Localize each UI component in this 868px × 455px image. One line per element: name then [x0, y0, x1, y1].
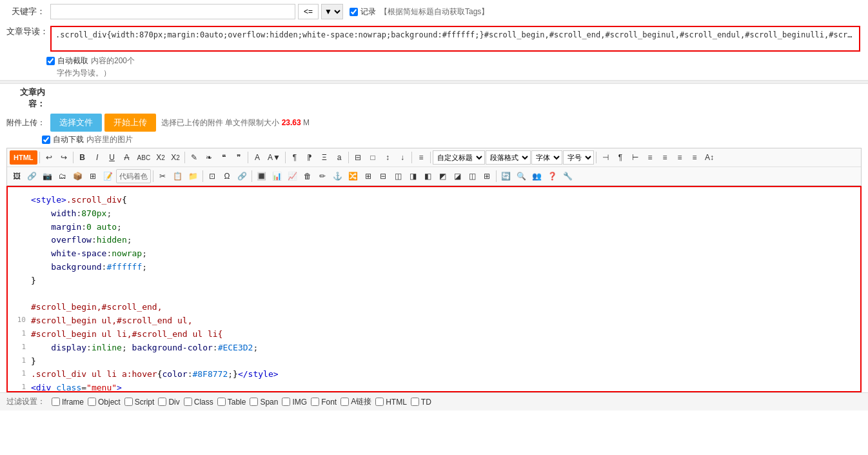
- merge-button[interactable]: ◫: [391, 169, 405, 183]
- align-justify-button[interactable]: ≡: [643, 150, 657, 165]
- choose-file-button[interactable]: 选择文件: [50, 114, 102, 132]
- tianjiezi-select[interactable]: ▼: [321, 4, 343, 19]
- chart-button[interactable]: 📊: [270, 169, 284, 183]
- align-right-button[interactable]: ⊢: [628, 150, 642, 165]
- refresh-button[interactable]: 🔄: [498, 169, 513, 183]
- para-button[interactable]: ¶: [288, 150, 302, 165]
- quote-open-button[interactable]: ❝: [217, 150, 231, 165]
- filter-label-script[interactable]: Script: [135, 398, 155, 407]
- heading-select[interactable]: 自定义标题: [433, 150, 485, 165]
- align-full-button[interactable]: ≡: [673, 150, 687, 165]
- edit-table-button[interactable]: ✏: [315, 169, 330, 183]
- pen-button[interactable]: ✎: [187, 150, 201, 165]
- graph-button[interactable]: 📈: [285, 169, 300, 183]
- package-button[interactable]: 📦: [70, 169, 85, 183]
- start-upload-button[interactable]: 开始上传: [104, 114, 156, 132]
- underline-button[interactable]: U: [105, 150, 119, 165]
- grid-button[interactable]: ⊞: [86, 169, 100, 183]
- align-left-button[interactable]: ⊣: [598, 150, 613, 165]
- random-button[interactable]: 🔀: [346, 169, 360, 183]
- font-select[interactable]: 字体: [531, 150, 562, 165]
- filter-checkbox-td[interactable]: [411, 398, 419, 406]
- filter-label-html[interactable]: HTML: [386, 398, 407, 407]
- omega-button[interactable]: Ω: [220, 169, 234, 183]
- list-item-button[interactable]: a: [332, 150, 346, 165]
- abc-button[interactable]: ABC: [135, 150, 153, 165]
- filter-checkbox-font[interactable]: [311, 398, 319, 406]
- auto-download-label[interactable]: 自动下载: [53, 134, 84, 145]
- add-col-button[interactable]: ⊞: [361, 169, 375, 183]
- split-v-button[interactable]: ◨: [406, 169, 420, 183]
- down-button[interactable]: ↓: [395, 150, 409, 165]
- record-label[interactable]: 记录: [360, 6, 376, 17]
- filter-checkbox-div[interactable]: [158, 398, 166, 406]
- font-bg-button[interactable]: A▼: [265, 150, 283, 165]
- editor-area[interactable]: <style>.scroll_div{ width:870px; margin:…: [6, 186, 862, 392]
- align-para-button[interactable]: ¶: [613, 150, 627, 165]
- superscript-button[interactable]: X2: [153, 150, 168, 165]
- auto-intercept-checkbox[interactable]: [46, 57, 55, 65]
- arrow-button[interactable]: <=: [298, 4, 319, 19]
- filter-label-object[interactable]: Object: [98, 398, 121, 407]
- filter-label-iframe[interactable]: Iframe: [62, 398, 84, 407]
- redo-button[interactable]: ↪: [57, 150, 71, 165]
- filter-label-div[interactable]: Div: [168, 398, 179, 407]
- filter-checkbox-a链接[interactable]: [340, 398, 349, 406]
- zoom-button[interactable]: 🔍: [514, 169, 529, 183]
- link-button[interactable]: 🔗: [25, 169, 39, 183]
- mark-button[interactable]: ❧: [202, 150, 216, 165]
- resize-button[interactable]: ↕: [380, 150, 395, 165]
- font-size-adj-button[interactable]: A↕: [702, 150, 716, 165]
- cell-btn2[interactable]: ◪: [450, 169, 464, 183]
- filter-checkbox-img[interactable]: [282, 398, 290, 406]
- split-h-button[interactable]: ◧: [420, 169, 435, 183]
- filter-label-class[interactable]: Class: [194, 398, 213, 407]
- code-highlight-button[interactable]: 代码着色: [116, 169, 151, 183]
- undo-button[interactable]: ↩: [42, 150, 56, 165]
- filter-checkbox-script[interactable]: [124, 398, 133, 406]
- cell-btn1[interactable]: ◩: [435, 169, 449, 183]
- tianjiezi-input[interactable]: [50, 4, 295, 19]
- strikethrough-button[interactable]: A: [120, 150, 134, 165]
- filter-label-img[interactable]: IMG: [292, 398, 307, 407]
- cut-button[interactable]: ✂: [155, 169, 170, 183]
- filter-label-table[interactable]: Table: [228, 398, 246, 407]
- bold-button[interactable]: B: [75, 150, 90, 165]
- image-button[interactable]: 🖼: [10, 169, 24, 183]
- filter-checkbox-class[interactable]: [184, 398, 192, 406]
- filter-checkbox-object[interactable]: [88, 398, 96, 406]
- table-grid-button[interactable]: 🔳: [254, 169, 269, 183]
- filter-checkbox-html[interactable]: [375, 398, 384, 406]
- list-ol-button[interactable]: ⁋: [302, 150, 317, 165]
- users-button[interactable]: 👥: [529, 169, 544, 183]
- filter-checkbox-iframe[interactable]: [52, 398, 60, 406]
- italic-button[interactable]: I: [90, 150, 104, 165]
- cell-btn3[interactable]: ◫: [465, 169, 479, 183]
- anchor-button[interactable]: ⚓: [330, 169, 345, 183]
- subscript-button[interactable]: X2: [168, 150, 182, 165]
- block-button[interactable]: ⊟: [351, 150, 365, 165]
- settings-button[interactable]: 🔧: [560, 169, 575, 183]
- document-button[interactable]: 📝: [101, 169, 115, 183]
- auto-intercept-label[interactable]: 自动截取: [57, 56, 88, 66]
- font-color-button[interactable]: A: [250, 150, 264, 165]
- folder-button[interactable]: 🗂: [55, 169, 70, 183]
- camera-button[interactable]: 📷: [40, 169, 55, 183]
- filter-label-span[interactable]: Span: [260, 398, 278, 407]
- html-button[interactable]: HTML: [10, 150, 37, 165]
- quote-close-button[interactable]: ❞: [232, 150, 246, 165]
- char-map-button[interactable]: ⊡: [205, 169, 219, 183]
- delete-row-button[interactable]: 🗑: [301, 169, 315, 183]
- filter-label-td[interactable]: TD: [421, 398, 431, 407]
- paragraph-select[interactable]: 段落格式: [486, 150, 531, 165]
- align-center-button[interactable]: ≡: [658, 150, 672, 165]
- list-ul-button[interactable]: Ξ: [317, 150, 331, 165]
- filter-checkbox-table[interactable]: [217, 398, 226, 406]
- box-button[interactable]: □: [366, 150, 380, 165]
- record-checkbox[interactable]: [350, 8, 358, 16]
- chain-button[interactable]: 🔗: [235, 169, 250, 183]
- paste-button[interactable]: 📋: [170, 169, 185, 183]
- filter-label-a链接[interactable]: A链接: [351, 396, 371, 407]
- align-spread-button[interactable]: ≡: [687, 150, 702, 165]
- auto-download-checkbox[interactable]: [42, 136, 50, 144]
